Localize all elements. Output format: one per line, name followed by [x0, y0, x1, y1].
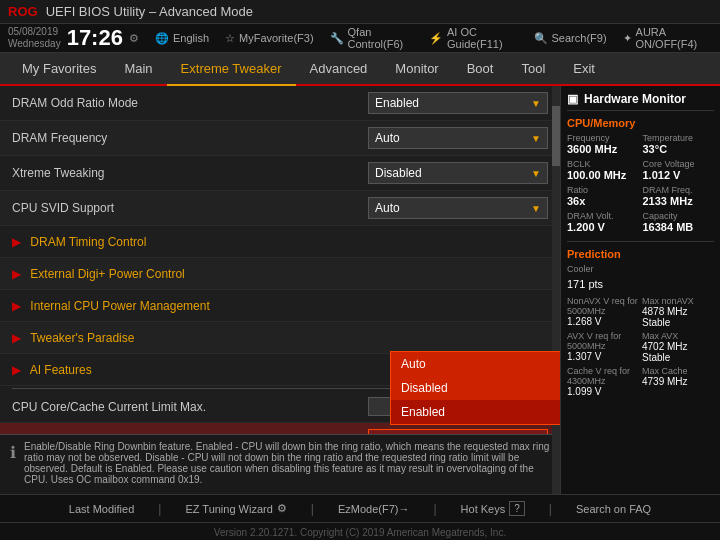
date: 05/08/2019 — [8, 26, 61, 38]
ez-tuning-button[interactable]: EZ Tuning Wizard ⚙ — [185, 502, 286, 515]
dram-frequency-control[interactable]: Auto ▼ — [368, 127, 548, 149]
qfan-button[interactable]: 🔧 Qfan Control(F6) — [330, 26, 413, 50]
max-cache-value: 4739 MHz — [642, 376, 714, 387]
ratio-value: 36x — [567, 195, 639, 207]
dram-frequency-value: Auto — [375, 131, 400, 145]
ez-tuning-icon: ⚙ — [277, 502, 287, 515]
dram-odd-ratio-row: DRAM Odd Ratio Mode Enabled ▼ — [0, 86, 560, 121]
xtreme-tweaking-label: Xtreme Tweaking — [12, 166, 368, 180]
hw-monitor-label: Hardware Monitor — [584, 92, 686, 106]
capacity-value: 16384 MB — [643, 221, 715, 233]
int-cpu-row[interactable]: ▶ Internal CPU Power Management — [0, 290, 560, 322]
language-icon: 🌐 — [155, 32, 169, 45]
dropdown-option-disabled[interactable]: Disabled — [391, 376, 560, 400]
bclk-cell: BCLK 100.00 MHz — [567, 159, 639, 181]
prediction-title: Prediction — [567, 241, 714, 260]
dram-frequency-dropdown[interactable]: Auto ▼ — [368, 127, 548, 149]
qfan-icon: 🔧 — [330, 32, 344, 45]
cache-req-label: Cache V req for 4300MHz — [567, 366, 639, 386]
dram-odd-ratio-label: DRAM Odd Ratio Mode — [12, 96, 368, 110]
xtreme-tweaking-value: Disabled — [375, 166, 422, 180]
nav-my-favorites[interactable]: My Favorites — [8, 53, 110, 84]
frequency-cell: Frequency 3600 MHz — [567, 133, 639, 155]
dram-odd-ratio-control[interactable]: Enabled ▼ — [368, 92, 548, 114]
bclk-label: BCLK — [567, 159, 639, 169]
last-modified-button[interactable]: Last Modified — [69, 503, 134, 515]
hot-keys-button[interactable]: Hot Keys ? — [461, 501, 525, 516]
expand-arrow: ▶ — [12, 363, 21, 377]
cpu-svid-control[interactable]: Auto ▼ — [368, 197, 548, 219]
avx-req-value: 1.307 V — [567, 351, 639, 362]
max-avx-label: Max AVX — [642, 331, 714, 341]
language-label: English — [173, 32, 209, 44]
nav-main[interactable]: Main — [110, 53, 166, 84]
search-button[interactable]: 🔍 Search(F9) — [534, 32, 607, 45]
nav-extreme-tweaker[interactable]: Extreme Tweaker — [167, 53, 296, 86]
search-faq-button[interactable]: Search on FAQ — [576, 503, 651, 515]
dram-volt-cell: DRAM Volt. 1.200 V — [567, 211, 639, 233]
scrollbar-thumb[interactable] — [552, 106, 560, 166]
nonavx-req-cell: NonAVX V req for 5000MHz 1.268 V — [567, 296, 639, 328]
info-box: ℹ Enable/Disable Ring Downbin feature. E… — [0, 434, 560, 494]
status-bar: 05/08/2019 Wednesday 17:26 ⚙ 🌐 English ☆… — [0, 24, 720, 53]
dram-freq-value: 2133 MHz — [643, 195, 715, 207]
title-bar: ROG UEFI BIOS Utility – Advanced Mode — [0, 0, 720, 24]
dram-timing-row[interactable]: ▶ DRAM Timing Control — [0, 226, 560, 258]
search-faq-label: Search on FAQ — [576, 503, 651, 515]
main-navigation: My Favorites Main Extreme Tweaker Advanc… — [0, 53, 720, 86]
settings-gear-icon[interactable]: ⚙ — [129, 32, 139, 45]
temperature-cell: Temperature 33°C — [643, 133, 715, 155]
dropdown-option-enabled[interactable]: Enabled — [391, 400, 560, 424]
max-nonavx-cell: Max nonAVX 4878 MHz Stable — [642, 296, 714, 328]
nav-tool[interactable]: Tool — [507, 53, 559, 84]
cpu-svid-value: Auto — [375, 201, 400, 215]
ez-mode-label: EzMode(F7)→ — [338, 503, 410, 515]
scrollbar[interactable] — [552, 86, 560, 494]
settings-list: DRAM Odd Ratio Mode Enabled ▼ DRAM Frequ… — [0, 86, 560, 493]
dram-odd-ratio-dropdown[interactable]: Enabled ▼ — [368, 92, 548, 114]
nav-boot[interactable]: Boot — [453, 53, 508, 84]
nav-separator-4: | — [549, 502, 552, 516]
nav-monitor[interactable]: Monitor — [381, 53, 452, 84]
dropdown-option-auto[interactable]: Auto — [391, 352, 560, 376]
aura-button[interactable]: ✦ AURA ON/OFF(F4) — [623, 26, 712, 50]
datetime-display: 05/08/2019 Wednesday — [8, 26, 61, 50]
language-selector[interactable]: 🌐 English — [155, 32, 209, 45]
ext-digi-row[interactable]: ▶ External Digi+ Power Control — [0, 258, 560, 290]
info-text: Enable/Disable Ring Downbin feature. Ena… — [24, 441, 550, 488]
aioc-button[interactable]: ⚡ AI OC Guide(F11) — [429, 26, 518, 50]
ratio-cell: Ratio 36x — [567, 185, 639, 207]
avx-req-cell: AVX V req for 5000MHz 1.307 V — [567, 331, 639, 363]
hw-monitor-icon: ▣ — [567, 92, 578, 106]
max-cache-label: Max Cache — [642, 366, 714, 376]
ez-mode-button[interactable]: EzMode(F7)→ — [338, 503, 410, 515]
cache-req-cell: Cache V req for 4300MHz 1.099 V — [567, 366, 639, 397]
myfavorite-label: MyFavorite(F3) — [239, 32, 314, 44]
nav-exit[interactable]: Exit — [559, 53, 609, 84]
dram-frequency-row: DRAM Frequency Auto ▼ — [0, 121, 560, 156]
window-title: UEFI BIOS Utility – Advanced Mode — [46, 4, 253, 19]
qfan-label: Qfan Control(F6) — [348, 26, 413, 50]
expand-arrow: ▶ — [12, 331, 21, 345]
content-area: DRAM Odd Ratio Mode Enabled ▼ DRAM Frequ… — [0, 86, 720, 494]
nonavx-req-value: 1.268 V — [567, 316, 639, 327]
dram-frequency-label: DRAM Frequency — [12, 131, 368, 145]
frequency-value: 3600 MHz — [567, 143, 639, 155]
hot-keys-badge: ? — [509, 501, 525, 516]
nav-advanced[interactable]: Advanced — [296, 53, 382, 84]
xtreme-tweaking-row: Xtreme Tweaking Disabled ▼ — [0, 156, 560, 191]
dram-volt-label: DRAM Volt. — [567, 211, 639, 221]
ext-digi-label: ▶ External Digi+ Power Control — [12, 267, 548, 281]
time-display: 17:26 — [67, 27, 123, 49]
expand-arrow: ▶ — [12, 267, 21, 281]
favorite-icon: ☆ — [225, 32, 235, 45]
xtreme-tweaking-dropdown[interactable]: Disabled ▼ — [368, 162, 548, 184]
temperature-label: Temperature — [643, 133, 715, 143]
xtreme-tweaking-control[interactable]: Disabled ▼ — [368, 162, 548, 184]
myfavorite-button[interactable]: ☆ MyFavorite(F3) — [225, 32, 314, 45]
tweaker-paradise-row[interactable]: ▶ Tweaker's Paradise — [0, 322, 560, 354]
frequency-label: Frequency — [567, 133, 639, 143]
cpu-core-cache-label: CPU Core/Cache Current Limit Max. — [12, 400, 368, 414]
capacity-label: Capacity — [643, 211, 715, 221]
cpu-svid-dropdown[interactable]: Auto ▼ — [368, 197, 548, 219]
